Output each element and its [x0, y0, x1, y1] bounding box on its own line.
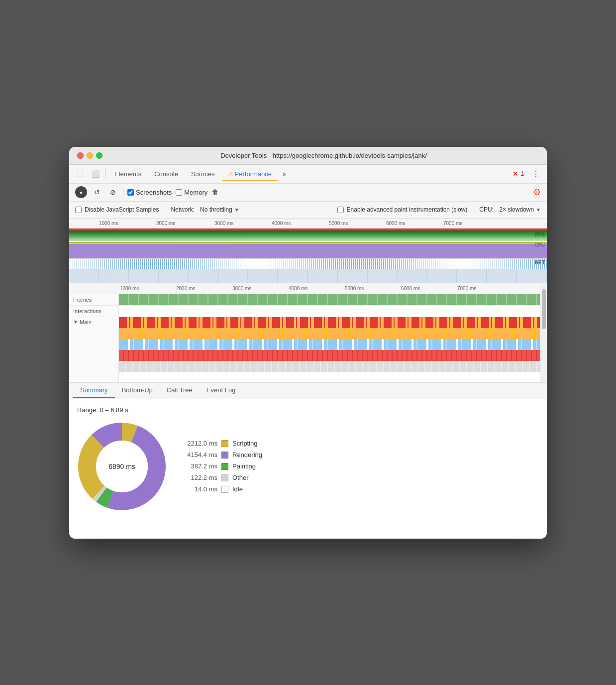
main-ruler-7000: 7000 ms — [457, 286, 476, 291]
fps-bar: FPS — [69, 230, 547, 241]
error-badge: ✕ 1 — [513, 170, 524, 178]
summary-legend: 2212.0 ms Scripting 4154.4 ms Rendering … — [183, 440, 262, 493]
timeline-ruler: 1000 ms 2000 ms 3000 ms 4000 ms 5000 ms … — [69, 219, 547, 228]
donut-chart: 6890 ms — [77, 422, 167, 511]
tab-bottom-up[interactable]: Bottom-Up — [115, 383, 160, 398]
tab-performance[interactable]: ⚠Performance — [222, 167, 278, 181]
enable-paint-checkbox[interactable] — [337, 207, 344, 213]
other-value: 122.2 ms — [183, 474, 217, 481]
scripting-label: Scripting — [232, 440, 258, 447]
flame-row-1 — [119, 317, 547, 328]
ruler-tick-4000: 4000 ms — [272, 221, 291, 226]
cpu-dropdown[interactable]: CPU: 2× slowdown ▼ — [479, 206, 541, 213]
enable-paint-label[interactable]: Enable advanced paint instrumentation (s… — [337, 206, 468, 213]
cpu-dropdown-arrow[interactable]: ▼ — [536, 207, 541, 213]
tab-elements[interactable]: Elements — [108, 167, 147, 181]
cpu-chart — [69, 241, 547, 258]
main-ruler: 1000 ms 2000 ms 3000 ms 4000 ms 5000 ms … — [69, 283, 547, 294]
trash-icon[interactable]: 🗑 — [211, 188, 218, 196]
warning-icon: ⚠ — [228, 170, 234, 178]
legend-other: 122.2 ms Other — [183, 474, 262, 481]
legend-scripting: 2212.0 ms Scripting — [183, 440, 262, 447]
title-bar: Developer Tools - https://googlechrome.g… — [69, 147, 547, 165]
bottom-tabs: Summary Bottom-Up Call Tree Event Log — [69, 382, 547, 399]
ruler-tick-2000: 2000 ms — [156, 221, 175, 226]
error-icon: ✕ — [513, 170, 518, 178]
flame-row-5 — [119, 361, 547, 372]
tab-summary[interactable]: Summary — [73, 383, 115, 398]
tab-console[interactable]: Console — [148, 167, 184, 181]
ruler-tick-6000: 6000 ms — [386, 221, 405, 226]
interactions-label: Interactions — [69, 306, 119, 317]
rendering-color-box — [221, 452, 228, 458]
memory-checkbox[interactable] — [176, 189, 182, 196]
screenshots-checkbox-label[interactable]: Screenshots — [127, 189, 172, 196]
idle-label: Idle — [232, 485, 243, 493]
main-ruler-2000: 2000 ms — [176, 286, 195, 291]
network-dropdown[interactable]: Network: No throttling ▼ — [171, 206, 239, 213]
painting-color-box — [221, 463, 228, 470]
painting-label: Painting — [232, 462, 256, 470]
rendering-label: Rendering — [232, 451, 262, 458]
interactions-content[interactable] — [119, 306, 547, 317]
record-button[interactable]: ● — [75, 186, 87, 198]
scroll-thumb[interactable] — [542, 289, 546, 329]
tab-sources[interactable]: Sources — [185, 167, 221, 181]
ruler-tick-7000: 7000 ms — [443, 221, 462, 226]
tab-event-log[interactable]: Event Log — [200, 383, 243, 398]
collapse-triangle-icon[interactable]: ▼ — [73, 319, 78, 325]
idle-color-box — [221, 486, 228, 493]
window-title: Developer Tools - https://googlechrome.g… — [108, 152, 539, 159]
legend-idle: 14.0 ms Idle — [183, 485, 262, 493]
screenshots-strip — [69, 269, 547, 283]
main-ruler-5000: 5000 ms — [345, 286, 364, 291]
main-ruler-3000: 3000 ms — [232, 286, 251, 291]
cpu-label: CPU — [534, 242, 545, 248]
frames-content[interactable] — [119, 294, 547, 305]
legend-rendering: 4154.4 ms Rendering — [183, 451, 262, 458]
tab-call-tree[interactable]: Call Tree — [160, 383, 200, 398]
range-text: Range: 0 – 6.89 s — [77, 406, 539, 414]
maximize-button[interactable] — [96, 152, 103, 159]
disable-js-checkbox[interactable] — [75, 207, 82, 213]
tab-bar: ⬚ ⬜ Elements Console Sources ⚠Performanc… — [69, 165, 547, 184]
reload-button[interactable]: ↺ — [91, 186, 103, 198]
memory-checkbox-label[interactable]: Memory — [176, 189, 207, 196]
scrollbar[interactable] — [540, 283, 547, 382]
clear-button[interactable]: ⊘ — [107, 186, 119, 198]
screenshots-bar — [69, 269, 547, 283]
idle-value: 14.0 ms — [183, 485, 217, 493]
menu-button[interactable]: ⋮ — [529, 167, 543, 181]
summary-content: 6890 ms 2212.0 ms Scripting 4154.4 ms Re… — [77, 422, 539, 511]
main-ruler-6000: 6000 ms — [401, 286, 420, 291]
close-button[interactable] — [77, 152, 84, 159]
main-track: ▼ Main — [69, 317, 547, 382]
cpu-bar: CPU — [69, 241, 547, 259]
other-label: Other — [232, 474, 249, 481]
cursor-icon[interactable]: ⬚ — [73, 167, 87, 181]
flame-row-3 — [119, 339, 547, 350]
main-label: ▼ Main — [69, 317, 119, 382]
disable-js-label[interactable]: Disable JavaScript Samples — [75, 206, 159, 213]
tab-more[interactable]: » — [279, 168, 290, 180]
other-color-box — [221, 474, 228, 481]
settings-gear-icon[interactable]: ⚙ — [533, 187, 541, 198]
settings-bar: Disable JavaScript Samples Network: No t… — [69, 202, 547, 219]
controls-separator — [123, 187, 123, 197]
scripting-color-box — [221, 440, 228, 447]
main-track-content[interactable] — [119, 317, 547, 382]
fps-label: FPS — [535, 232, 545, 237]
net-chart — [69, 259, 547, 269]
summary-panel: Range: 0 – 6.89 s 6890 ms — [69, 399, 547, 539]
frames-label: Frames — [69, 294, 119, 305]
rendering-value: 4154.4 ms — [183, 451, 217, 458]
minimize-button[interactable] — [87, 152, 93, 159]
screenshots-checkbox[interactable] — [127, 189, 134, 196]
painting-value: 387.2 ms — [183, 462, 217, 470]
main-panel: 1000 ms 2000 ms 3000 ms 4000 ms 5000 ms … — [69, 283, 547, 382]
timeline-overview[interactable]: 1000 ms 2000 ms 3000 ms 4000 ms 5000 ms … — [69, 219, 547, 283]
network-dropdown-arrow[interactable]: ▼ — [234, 207, 239, 213]
dock-icon[interactable]: ⬜ — [88, 167, 102, 181]
flame-row-2 — [119, 328, 547, 339]
main-ruler-4000: 4000 ms — [289, 286, 308, 291]
